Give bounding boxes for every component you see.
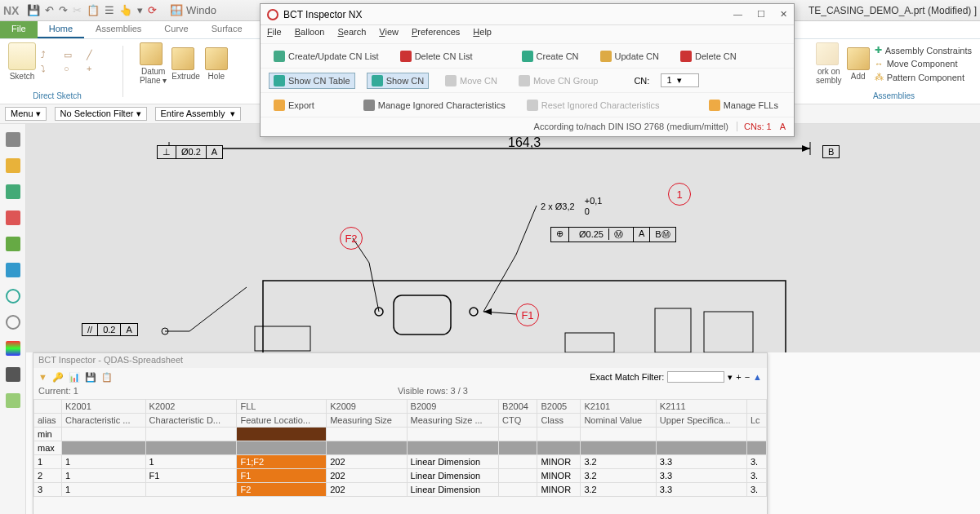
refresh-icon[interactable]: ⟳ — [148, 4, 157, 16]
pattern-component-button[interactable]: ⁂Pattern Component — [875, 72, 972, 82]
reuse-icon[interactable] — [6, 210, 20, 225]
manage-fll-button[interactable]: Manage FLLs — [704, 97, 783, 113]
key-icon[interactable]: 🔑 — [52, 372, 64, 383]
plus-icon[interactable]: + — [87, 64, 106, 73]
menu-file[interactable]: File — [267, 27, 282, 42]
export-button[interactable]: Export — [269, 97, 319, 113]
spreadsheet-table[interactable]: K2001K2002FLLK2009B2009B2004B2005K2101K2… — [33, 399, 767, 497]
show-cn-button[interactable]: Show CN — [367, 73, 429, 89]
reset-ignored-button[interactable]: Reset Ignored Characteristics — [522, 97, 665, 113]
move-component-button[interactable]: ↔Move Component — [875, 59, 972, 69]
balloon-f2[interactable]: F2 — [340, 227, 363, 250]
qdas-spreadsheet: BCT Inspector - QDAS-Spreadsheet ▼ 🔑 📊 💾… — [33, 352, 768, 514]
palette-icon[interactable] — [6, 341, 20, 356]
constraint-icon[interactable] — [6, 184, 20, 199]
position-symbol: ⊕ — [551, 228, 569, 241]
svg-rect-8 — [565, 333, 614, 352]
extrude-icon[interactable] — [172, 47, 194, 70]
spreadsheet-title: BCT Inspector - QDAS-Spreadsheet — [33, 353, 767, 368]
copy-icon[interactable]: 📋 — [101, 372, 113, 383]
touch-icon[interactable]: 👆 — [119, 4, 132, 16]
tab-file[interactable]: File — [0, 21, 38, 38]
cn-label: CN: — [634, 76, 649, 86]
asm-constraints-button[interactable]: ✚Assembly Constraints — [875, 45, 972, 55]
collapse-icon[interactable]: ▲ — [753, 372, 762, 382]
selection-filter-combo[interactable]: No Selection Filter ▾ — [55, 107, 147, 121]
table-header: aliasCharacteristic ...Characteristic D.… — [34, 414, 767, 428]
dialog-menubar: File Balloon Search View Preferences Hel… — [261, 25, 794, 43]
minimize-icon[interactable]: — — [733, 9, 742, 20]
add-icon[interactable] — [847, 47, 870, 70]
manage-ignored-button[interactable]: Manage Ignored Characteristics — [359, 97, 510, 113]
rect-icon[interactable]: ▭ — [64, 50, 83, 60]
chart-icon[interactable]: 📊 — [69, 372, 80, 383]
move-cn-group-button[interactable]: Move CN Group — [514, 73, 603, 89]
dialog-statusbar: According to/nach DIN ISO 2768 (medium/m… — [261, 117, 794, 135]
sep: ▾ — [137, 4, 143, 16]
close-icon[interactable]: ✕ — [780, 9, 787, 20]
nx-logo: NX — [3, 4, 19, 17]
filter-icon[interactable]: ▼ — [38, 372, 47, 382]
render-icon[interactable] — [6, 367, 20, 382]
tab-home[interactable]: Home — [38, 21, 84, 38]
balloon-1[interactable]: 1 — [668, 183, 691, 206]
window-button[interactable]: 🪟 Windo — [170, 4, 216, 16]
datum-plane-icon[interactable] — [140, 42, 163, 65]
create-update-list-button[interactable]: Create/Update CN List — [269, 48, 384, 64]
spreadsheet-toolbar: ▼ 🔑 📊 💾 📋 Exact Match Filter: ▾ + − ▲ — [33, 368, 767, 386]
delete-cn-button[interactable]: Delete CN — [675, 48, 742, 64]
web-icon[interactable] — [6, 263, 20, 277]
cut-icon[interactable]: ✂ — [73, 4, 82, 16]
parallel-symbol: // — [82, 324, 98, 335]
show-cn-table-button[interactable]: Show CN Table — [269, 73, 355, 89]
copy-icon[interactable]: 📋 — [87, 4, 100, 16]
dialog-titlebar[interactable]: BCT Inspector NX — ☐ ✕ — [261, 4, 794, 25]
menu-view[interactable]: View — [379, 27, 399, 42]
add-filter-icon[interactable]: + — [736, 372, 741, 382]
move-cn-button[interactable]: Move CN — [440, 73, 502, 89]
hole-icon[interactable] — [205, 47, 228, 70]
resource-bar — [0, 124, 26, 514]
create-cn-button[interactable]: Create CN — [517, 48, 584, 64]
table-row: 31F2202Linear DimensionMINOR3.23.33. — [34, 483, 767, 497]
navigator-icon[interactable] — [6, 132, 20, 147]
scope-combo[interactable]: Entire Assembly ▾ — [155, 107, 241, 121]
graphics-canvas[interactable]: 164,3 ⊥Ø0.2A B //0.2A 2 x Ø3,2 +0,10 ⊕ Ø… — [26, 124, 980, 352]
document-title: TE_CASING_DEMO_A.prt (Modified) ] — [808, 5, 977, 16]
maximize-icon[interactable]: ☐ — [757, 9, 765, 20]
fcf-perpendicular: ⊥Ø0.2A — [157, 145, 223, 159]
filter-dropdown-icon[interactable]: ▾ — [728, 372, 733, 383]
update-cn-button[interactable]: Update CN — [595, 48, 664, 64]
dim-164: 164,3 — [508, 135, 541, 150]
clock-icon[interactable] — [6, 315, 20, 330]
circle-icon[interactable]: ○ — [64, 64, 83, 73]
menu-balloon[interactable]: Balloon — [295, 27, 325, 42]
tab-assemblies[interactable]: Assemblies — [84, 21, 153, 38]
undo-icon[interactable]: ↶ — [45, 4, 54, 16]
sketch-icon[interactable] — [8, 42, 36, 70]
spreadsheet-info: Current: 1Visible rows: 3 / 3 — [33, 386, 767, 399]
filter-input[interactable] — [667, 371, 724, 383]
part-nav-icon[interactable] — [6, 158, 20, 173]
tab-curve[interactable]: Curve — [153, 21, 199, 38]
save-icon[interactable]: 💾 — [27, 4, 40, 16]
balloon-f1[interactable]: F1 — [516, 304, 539, 326]
delete-list-button[interactable]: Delete CN List — [395, 48, 478, 64]
menu-help[interactable]: Help — [473, 27, 492, 42]
paste-icon[interactable]: ☰ — [105, 4, 114, 16]
point-icon[interactable]: ╱ — [87, 50, 106, 60]
redo-icon[interactable]: ↷ — [59, 4, 68, 16]
line-icon[interactable]: ⤴ — [41, 50, 60, 60]
menu-search[interactable]: Search — [337, 27, 366, 42]
save-icon[interactable]: 💾 — [85, 372, 96, 383]
remove-filter-icon[interactable]: − — [745, 372, 750, 382]
menu-prefs[interactable]: Preferences — [412, 27, 460, 42]
datum-b: B — [822, 145, 840, 158]
tab-surface[interactable]: Surface — [200, 21, 254, 38]
arc-icon[interactable]: ⤵ — [41, 64, 60, 73]
roles-icon[interactable] — [6, 393, 20, 408]
book-icon[interactable] — [6, 237, 20, 251]
history-icon[interactable] — [6, 289, 20, 304]
cn-selector[interactable]: 1 ▾ — [661, 73, 698, 87]
menu-button[interactable]: Menu ▾ — [5, 107, 47, 121]
